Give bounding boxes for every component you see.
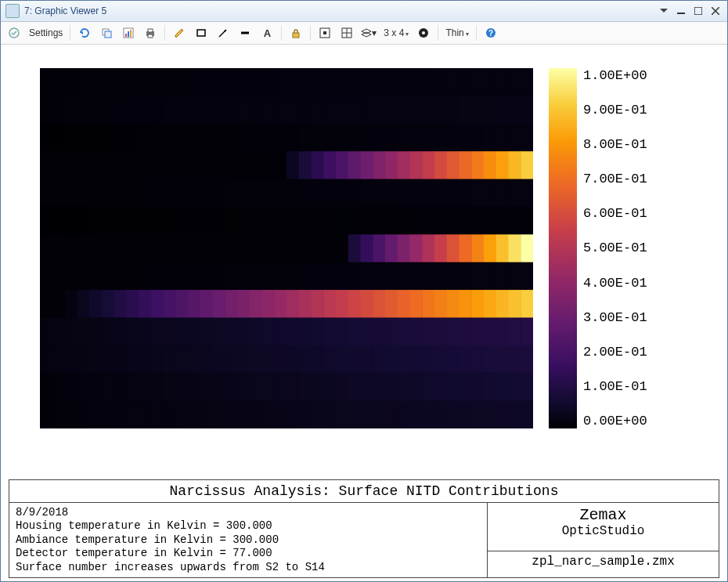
svg-rect-8 (105, 31, 111, 38)
svg-marker-16 (175, 29, 183, 37)
svg-rect-10 (125, 34, 127, 37)
metadata-line: Ambiance temperature in Kelvin = 300.000 (16, 533, 481, 548)
colorbar-tick-label: 0.00E+00 (583, 414, 647, 428)
line-tool-icon[interactable] (235, 24, 255, 42)
heatmap-canvas (40, 68, 533, 428)
svg-rect-23 (323, 31, 326, 34)
svg-rect-2 (694, 7, 702, 15)
settings-label: Settings (29, 27, 63, 38)
svg-marker-28 (362, 32, 371, 37)
svg-rect-14 (148, 29, 153, 32)
filename-cell: zpl_narc_sample.zmx (488, 551, 719, 578)
svg-rect-21 (293, 33, 299, 38)
svg-rect-12 (130, 30, 132, 37)
colorbar-tick-label: 5.00E-01 (583, 240, 647, 255)
line-weight-dropdown[interactable]: Thin▾ (442, 27, 471, 38)
arrow-tool-icon[interactable] (213, 24, 233, 42)
app-window: 7: Graphic Viewer 5 Settings A ▾ 3 x 4▾ … (0, 0, 728, 582)
brand-name: Zemax (494, 506, 712, 524)
line-weight-label: Thin (445, 27, 463, 38)
content-area: 1.00E+009.00E-018.00E-017.00E-016.00E-01… (1, 45, 727, 581)
toolbar-separator (164, 25, 165, 41)
svg-rect-1 (677, 13, 685, 14)
refresh-icon[interactable] (74, 24, 95, 42)
colorbar-tick-label: 1.00E-01 (583, 379, 647, 394)
brand-cell: Zemax OpticStudio (488, 502, 719, 551)
maximize-button[interactable] (691, 5, 705, 17)
zoom-fit-icon[interactable] (315, 24, 335, 42)
chart-title: Narcissus Analysis: Surface NITD Contrib… (170, 483, 559, 499)
product-name: OpticStudio (494, 524, 712, 538)
target-icon[interactable] (413, 24, 434, 42)
svg-rect-15 (148, 34, 153, 38)
colorbar-tick-label: 9.00E-01 (583, 103, 647, 117)
colorbar-tick-label: 4.00E-01 (583, 276, 647, 291)
title-bar: 7: Graphic Viewer 5 (1, 1, 727, 22)
svg-rect-17 (197, 30, 205, 36)
toolbar-separator (438, 25, 438, 41)
window-title: 7: Graphic Viewer 5 (24, 5, 106, 16)
grid-size-dropdown[interactable]: 3 x 4▾ (380, 27, 412, 38)
dropdown-button[interactable] (657, 5, 671, 17)
text-tool-icon[interactable]: A (257, 24, 277, 42)
app-icon (5, 4, 20, 18)
colorbar-canvas (549, 68, 577, 428)
svg-marker-0 (660, 9, 668, 13)
toolbar-separator (281, 25, 282, 41)
colorbar-tick-label: 1.00E+00 (583, 68, 647, 83)
colorbar-ticks: 1.00E+009.00E-018.00E-017.00E-016.00E-01… (583, 68, 647, 428)
layers-icon[interactable]: ▾ (359, 24, 379, 42)
chart-zone: 1.00E+009.00E-018.00E-017.00E-016.00E-01… (9, 52, 719, 479)
info-panel: Narcissus Analysis: Surface NITD Contrib… (9, 479, 719, 579)
rect-tool-icon[interactable] (191, 24, 211, 42)
toolbar-separator (310, 25, 311, 41)
svg-marker-27 (362, 29, 371, 34)
minimize-button[interactable] (674, 5, 688, 17)
svg-text:?: ? (488, 29, 493, 38)
analysis-date: 8/9/2018 (16, 506, 481, 520)
print-icon[interactable] (140, 24, 160, 42)
close-button[interactable] (708, 5, 723, 17)
colorbar-tick-label: 8.00E-01 (583, 137, 647, 152)
chart-title-cell: Narcissus Analysis: Surface NITD Contrib… (9, 479, 719, 502)
grid-size-label: 3 x 4 (384, 27, 404, 38)
toolbar: Settings A ▾ 3 x 4▾ Thin▾ ? (1, 22, 727, 45)
settings-button[interactable]: Settings (26, 27, 66, 38)
copy-icon[interactable] (96, 24, 117, 42)
toolbar-separator (70, 25, 70, 41)
help-icon[interactable]: ? (481, 24, 501, 42)
colorbar-tick-label: 2.00E-01 (583, 345, 647, 360)
svg-point-30 (422, 31, 425, 34)
filename: zpl_narc_sample.zmx (532, 555, 674, 569)
chart-icon[interactable] (118, 24, 139, 42)
colorbar-tick-label: 7.00E-01 (583, 172, 647, 186)
metadata-line: Detector temperature in Kelvin = 77.000 (16, 547, 481, 561)
lock-icon[interactable] (286, 24, 306, 42)
svg-rect-11 (128, 31, 129, 37)
zoom-region-icon[interactable] (337, 24, 357, 42)
metadata-line: Surface number increases upwards from S2… (16, 561, 481, 575)
colorbar-wrap: 1.00E+009.00E-018.00E-017.00E-016.00E-01… (549, 68, 647, 428)
metadata-cell: 8/9/2018 Housing temperature in Kelvin =… (9, 502, 488, 578)
metadata-line: Housing temperature in Kelvin = 300.000 (16, 519, 481, 533)
colorbar-tick-label: 6.00E-01 (583, 206, 647, 221)
toggle-settings-icon[interactable] (4, 24, 24, 42)
toolbar-separator (476, 25, 477, 41)
colorbar-tick-label: 3.00E-01 (583, 310, 647, 325)
pencil-icon[interactable] (169, 24, 189, 42)
